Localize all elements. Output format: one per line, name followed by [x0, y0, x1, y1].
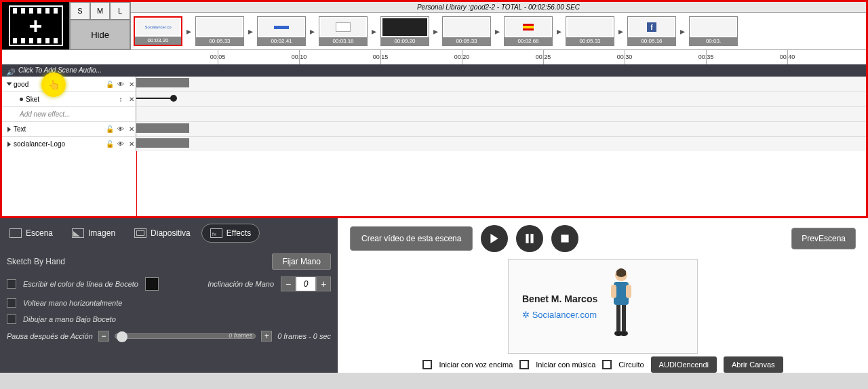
pause-label: Pausa después de Acción [7, 332, 93, 340]
thumb-duration: 00:03. [690, 37, 737, 45]
track-addfx-label[interactable]: Add new effect... [20, 110, 71, 118]
tab-imagen-label: Imagen [88, 228, 115, 238]
tab-imagen[interactable]: Imagen [64, 224, 123, 242]
write-color-checkbox[interactable] [7, 279, 16, 289]
film-icon: + [9, 5, 63, 46]
scene-thumb[interactable]: f00:05.16 [627, 16, 676, 46]
size-m-button[interactable]: M [90, 2, 111, 20]
stop-icon [560, 234, 570, 243]
thumb-duration: 00:05.16 [628, 37, 675, 45]
track-sketch-handle[interactable] [170, 95, 177, 102]
preview-site: ✲ Socialancer.com [522, 310, 597, 320]
circuit-checkbox[interactable] [602, 360, 612, 369]
track-sketch-range[interactable] [136, 98, 173, 99]
preview-character [604, 266, 638, 347]
draw-low-checkbox[interactable] [7, 314, 16, 324]
svg-rect-1 [531, 234, 534, 243]
incline-minus-button[interactable]: − [281, 277, 296, 291]
svg-rect-5 [611, 285, 616, 298]
close-icon[interactable]: ✕ [127, 80, 136, 88]
scene-thumb[interactable]: 00:02.66 [504, 16, 553, 46]
playhead[interactable] [136, 151, 137, 216]
scene-icon [9, 228, 22, 238]
flip-hand-checkbox[interactable] [7, 298, 16, 308]
track-logo-disclosure[interactable] [7, 142, 11, 147]
pause-slider[interactable]: 0 frames [115, 333, 256, 339]
scene-thumb[interactable]: 00:05.33 [442, 16, 491, 46]
add-scene-film-button[interactable]: + [2, 2, 70, 49]
prev-scene-button[interactable]: PrevEscena [791, 228, 856, 249]
track-sketch-label: Sket [26, 96, 39, 103]
pause-frames-readout: 0 frames [229, 332, 252, 339]
library-header: Personal Library :good2-2 - TOTAL - 00:0… [131, 2, 866, 13]
close-icon[interactable]: ✕ [127, 140, 136, 148]
track-text-disclosure[interactable] [7, 127, 11, 132]
scene-thumb[interactable]: 00:05.33 [566, 16, 614, 46]
play-button[interactable] [481, 225, 508, 252]
thumb-duration: 00:05.33 [196, 37, 243, 45]
stop-button[interactable] [551, 225, 578, 252]
view-icon[interactable]: 👁 [117, 125, 125, 134]
tab-effects[interactable]: Effects [201, 224, 260, 243]
hide-thumbs-button[interactable]: Hide [70, 20, 130, 49]
with-music-checkbox[interactable] [519, 360, 529, 369]
scene-thumb[interactable]: 00:09.20 [380, 16, 429, 46]
sort-icon[interactable]: ↕ [117, 96, 125, 104]
write-color-label: Escribir el color de línea de Boceto [23, 280, 138, 288]
fix-hand-button[interactable]: Fijar Mano [272, 253, 331, 270]
svg-point-10 [620, 331, 628, 336]
thumb-arrow-icon: ▸ [247, 26, 254, 37]
tab-diapositiva[interactable]: Diapositiva [126, 224, 199, 242]
tab-escena[interactable]: Escena [1, 224, 61, 242]
incline-label: Inclinación de Mano [208, 280, 274, 288]
incline-plus-button[interactable]: + [316, 277, 331, 291]
thumb-arrow-icon: ▸ [432, 26, 439, 37]
lock-icon[interactable]: 🔓 [106, 140, 114, 148]
close-icon[interactable]: ✕ [127, 96, 136, 104]
scene-thumb[interactable]: 00:03. [689, 16, 738, 46]
create-video-button[interactable]: Crear vídeo de esta escena [350, 226, 473, 251]
open-canvas-button[interactable]: Abrir Canvas [724, 356, 783, 373]
pause-minus-button[interactable]: − [98, 331, 109, 342]
track-goodz-clip[interactable] [136, 78, 189, 87]
track-goodz-label: good [14, 81, 28, 88]
play-icon [490, 234, 499, 243]
voice-over-checkbox[interactable] [422, 360, 432, 369]
close-icon[interactable]: ✕ [127, 125, 136, 134]
time-ruler[interactable]: 00:0500:1000:1500:2000:2500:3000:3500:40 [2, 49, 866, 64]
lock-icon[interactable]: 🔓 [106, 125, 114, 134]
scene-thumb[interactable]: 00:02.41 [257, 16, 306, 46]
track-text-clip[interactable] [136, 123, 189, 133]
thumb-arrow-icon: ▸ [185, 26, 193, 37]
thumb-duration: 00:03.20 [135, 37, 181, 45]
sketch-color-swatch[interactable] [145, 277, 159, 291]
view-icon[interactable]: 👁 [117, 140, 125, 148]
pause-button[interactable] [516, 225, 543, 252]
size-l-button[interactable]: L [110, 2, 130, 20]
scene-audio-hint: Click To Add Scene Audio... [18, 66, 102, 74]
pause-icon [525, 234, 534, 243]
size-s-button[interactable]: S [70, 2, 90, 20]
cursor-pointer-icon: 👆 [48, 79, 60, 90]
pause-plus-button[interactable]: + [261, 331, 272, 342]
track-goodz-disclosure[interactable] [7, 83, 12, 86]
scene-audio-bar[interactable]: 🔊 Click To Add Scene Audio... [2, 64, 866, 77]
tab-escena-label: Escena [26, 228, 53, 238]
track-logo-clip[interactable] [136, 138, 189, 148]
scene-thumb[interactable]: Socialancer.co00:03.20 [134, 16, 182, 46]
svg-rect-2 [561, 234, 569, 242]
track-text-label: Text [14, 125, 26, 133]
image-icon [72, 228, 84, 238]
lock-icon[interactable]: 🔓 [106, 80, 114, 88]
tab-diapositiva-label: Diapositiva [151, 228, 191, 238]
effects-icon [210, 228, 222, 238]
audio-on-button[interactable]: AUDIOencendi [651, 356, 717, 373]
view-icon[interactable]: 👁 [117, 80, 125, 88]
thumb-duration: 00:02.41 [258, 37, 305, 45]
speaker-icon: 🔊 [6, 66, 14, 75]
svg-rect-0 [526, 234, 529, 243]
scene-thumb[interactable]: 00:05.33 [195, 16, 244, 46]
pause-slider-handle[interactable] [117, 331, 127, 342]
scene-thumb[interactable]: 00:03.16 [319, 16, 368, 46]
svg-rect-6 [626, 285, 631, 298]
